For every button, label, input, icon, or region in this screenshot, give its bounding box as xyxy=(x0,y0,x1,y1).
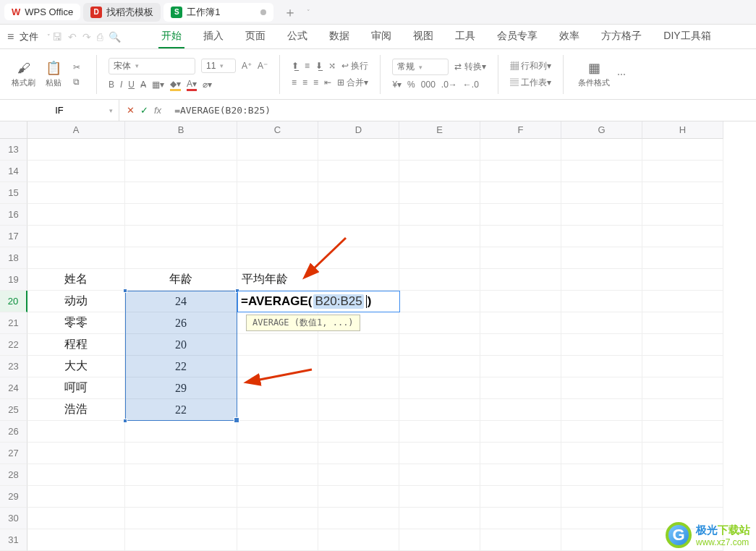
cell[interactable] xyxy=(125,247,237,269)
cell[interactable] xyxy=(237,399,318,421)
fill-color-button[interactable]: ◆▾ xyxy=(170,79,181,91)
cell[interactable] xyxy=(642,464,723,486)
merge-cells-button[interactable]: ⊞ 合并▾ xyxy=(337,77,368,89)
cell[interactable] xyxy=(561,421,642,443)
row-header-21[interactable]: 21 xyxy=(0,312,27,334)
row-header-18[interactable]: 18 xyxy=(0,247,27,269)
cell[interactable] xyxy=(399,399,480,421)
cell[interactable] xyxy=(399,269,480,291)
more-icon[interactable]: ⋯ xyxy=(617,69,626,80)
qat-print-icon[interactable]: ⎙ xyxy=(97,31,103,43)
row-header-25[interactable]: 25 xyxy=(0,399,27,421)
cell[interactable] xyxy=(642,269,723,291)
row-header-16[interactable]: 16 xyxy=(0,204,27,226)
cell[interactable] xyxy=(480,204,561,226)
cell[interactable] xyxy=(561,161,642,182)
underline-button[interactable]: U xyxy=(128,80,135,90)
align-top-icon[interactable]: ⬆̲ xyxy=(292,61,299,71)
align-right-icon[interactable]: ≡ xyxy=(313,77,318,87)
cell-A19[interactable]: 姓名 xyxy=(27,269,125,291)
cell[interactable] xyxy=(237,161,318,182)
cell[interactable] xyxy=(561,182,642,204)
paste-button[interactable]: 📋粘贴 xyxy=(43,59,64,90)
cell[interactable] xyxy=(27,443,125,464)
cell[interactable] xyxy=(125,464,237,486)
cell[interactable] xyxy=(318,399,399,421)
cell[interactable] xyxy=(318,508,399,529)
cell[interactable] xyxy=(318,421,399,443)
cell[interactable] xyxy=(561,486,642,508)
strike-button[interactable]: A̶ xyxy=(140,80,146,90)
align-center-icon[interactable]: ≡ xyxy=(302,77,307,87)
cell[interactable] xyxy=(480,464,561,486)
cell[interactable] xyxy=(642,139,723,161)
cell[interactable] xyxy=(125,508,237,529)
qat-preview-icon[interactable]: 🔍 xyxy=(109,31,121,43)
col-header-G[interactable]: G xyxy=(561,121,642,139)
cell[interactable] xyxy=(480,508,561,529)
percent-icon[interactable]: % xyxy=(407,80,415,90)
comma-icon[interactable]: 000 xyxy=(421,80,436,90)
cell[interactable] xyxy=(237,529,318,551)
clear-format-button[interactable]: ⌀▾ xyxy=(203,80,212,90)
cell[interactable] xyxy=(480,247,561,269)
col-header-H[interactable]: H xyxy=(642,121,723,139)
row-header-31[interactable]: 31 xyxy=(0,529,27,551)
app-tab-wps[interactable]: W WPS Office xyxy=(4,4,80,20)
cell[interactable] xyxy=(27,139,125,161)
name-box-input[interactable] xyxy=(23,105,95,116)
cell[interactable] xyxy=(642,421,723,443)
cell[interactable] xyxy=(642,356,723,377)
wrap-text-button[interactable]: ↩ 换行 xyxy=(341,60,368,72)
cell[interactable] xyxy=(318,529,399,551)
cell[interactable] xyxy=(480,182,561,204)
cell[interactable] xyxy=(561,529,642,551)
row-header-26[interactable]: 26 xyxy=(0,421,27,443)
cell[interactable] xyxy=(237,182,318,204)
cell[interactable] xyxy=(399,312,480,334)
row-header-13[interactable]: 13 xyxy=(0,139,27,161)
orientation-icon[interactable]: ⤭ xyxy=(328,61,336,71)
cell[interactable] xyxy=(561,312,642,334)
cell-A21[interactable]: 零零 xyxy=(27,312,125,334)
menu-数据[interactable]: 数据 xyxy=(326,25,352,48)
cond-format-button[interactable]: ▦条件格式 xyxy=(575,59,613,90)
qat-redo-icon[interactable]: ↷ xyxy=(82,31,91,43)
cell[interactable] xyxy=(561,291,642,312)
cell[interactable] xyxy=(399,226,480,247)
font-name-combo[interactable]: 宋体▾ xyxy=(109,58,195,74)
cell[interactable] xyxy=(642,334,723,356)
cell[interactable] xyxy=(125,486,237,508)
cell[interactable] xyxy=(399,464,480,486)
cell[interactable] xyxy=(237,443,318,464)
qat-undo-icon[interactable]: ↶ xyxy=(68,31,77,43)
cell[interactable] xyxy=(480,529,561,551)
menu-效率[interactable]: 效率 xyxy=(556,25,582,48)
menu-DIY工具箱[interactable]: DIY工具箱 xyxy=(661,25,713,48)
menu-公式[interactable]: 公式 xyxy=(284,25,310,48)
copy-icon[interactable]: ⧉ xyxy=(73,77,80,87)
cell[interactable] xyxy=(480,312,561,334)
cut-icon[interactable]: ✂ xyxy=(73,62,80,72)
cell[interactable] xyxy=(561,204,642,226)
font-color-button[interactable]: A▾ xyxy=(187,79,197,91)
cell[interactable] xyxy=(125,161,237,182)
col-header-C[interactable]: C xyxy=(237,121,318,139)
italic-button[interactable]: I xyxy=(120,80,122,90)
cell[interactable] xyxy=(399,443,480,464)
qat-save-icon[interactable]: 🖫 xyxy=(52,31,62,43)
row-header-15[interactable]: 15 xyxy=(0,182,27,204)
cell[interactable] xyxy=(27,421,125,443)
cell[interactable] xyxy=(642,291,723,312)
cell[interactable] xyxy=(318,356,399,377)
cell[interactable] xyxy=(399,486,480,508)
cell[interactable] xyxy=(125,182,237,204)
dec-decimal-icon[interactable]: ←.0 xyxy=(463,80,479,90)
row-header-23[interactable]: 23 xyxy=(0,356,27,377)
col-header-A[interactable]: A xyxy=(27,121,125,139)
cell[interactable] xyxy=(561,377,642,399)
cell[interactable] xyxy=(399,182,480,204)
cell[interactable] xyxy=(480,269,561,291)
cell[interactable] xyxy=(399,508,480,529)
cell[interactable] xyxy=(27,486,125,508)
